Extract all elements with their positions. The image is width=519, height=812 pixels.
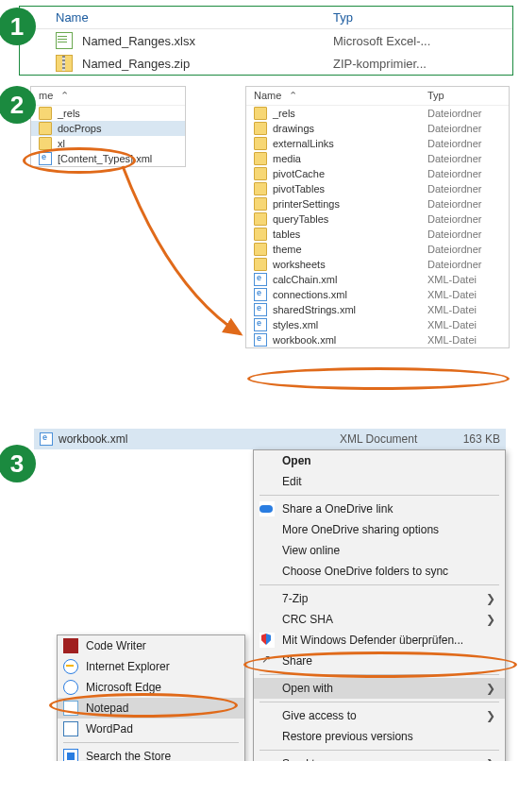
menu-item[interactable]: More OneDrive sharing options <box>254 519 505 540</box>
xml-icon <box>254 288 267 301</box>
submenu-item[interactable]: Search the Store <box>58 746 244 761</box>
explorer-panel-2b: Name⌃ Typ _rels Dateiordner drawings Dat… <box>245 86 510 348</box>
menu-item[interactable]: 7-Zip❯ <box>254 588 505 609</box>
list-item[interactable]: theme Dateiordner <box>246 242 509 257</box>
selected-file-row[interactable]: workbook.xml XML Document 163 KB <box>34 429 506 449</box>
menu-item[interactable]: Edit <box>254 471 505 492</box>
file-row[interactable]: Named_Ranges.zip ZIP-komprimier... <box>20 52 512 75</box>
list-item[interactable]: sharedStrings.xml XML-Datei <box>246 302 509 317</box>
wordpad-icon <box>63 721 78 736</box>
file-row[interactable]: Named_Ranges.xlsx Microsoft Excel-... <box>20 29 512 52</box>
menu-label: WordPad <box>86 722 133 736</box>
list-item[interactable]: queryTables Dateiordner <box>246 211 509 227</box>
file-type: XML Document <box>340 432 453 446</box>
menu-item[interactable]: Mit Windows Defender überprüfen... <box>254 630 505 651</box>
submenu-item[interactable]: Internet Explorer <box>58 656 244 677</box>
list-item[interactable]: calcChain.xml XML-Datei <box>246 272 509 287</box>
highlight-workbook-xml <box>247 367 510 390</box>
item-type: Dateiordner <box>427 198 501 210</box>
menu-label: Microsoft Edge <box>86 681 161 694</box>
file-size: 163 KB <box>453 432 500 446</box>
menu-separator <box>63 742 239 743</box>
menu-item[interactable]: Restore previous versions <box>254 726 505 747</box>
excel-icon <box>56 32 73 49</box>
menu-item[interactable]: Share a OneDrive link <box>254 499 505 519</box>
item-name: calcChain.xml <box>273 274 427 285</box>
submenu-arrow-icon: ❯ <box>486 592 495 605</box>
list-item[interactable]: docProps <box>31 121 185 136</box>
item-name: docProps <box>58 123 177 134</box>
menu-label: Code Writer <box>86 639 146 652</box>
list-item[interactable]: printerSettings Dateiordner <box>246 196 509 211</box>
item-type: Dateiordner <box>427 168 501 179</box>
folder-icon <box>254 258 267 271</box>
menu-item[interactable]: Share <box>254 651 505 671</box>
column-header-name[interactable]: Name⌃ <box>254 90 427 102</box>
step-badge-3: 3 <box>0 445 36 482</box>
menu-item[interactable]: Open with❯ <box>254 678 505 699</box>
column-header-name[interactable]: me⌃ <box>39 90 177 102</box>
list-item[interactable]: media Dateiordner <box>246 151 509 166</box>
xml-icon <box>254 303 267 316</box>
menu-item[interactable]: CRC SHA❯ <box>254 609 505 630</box>
folder-icon <box>254 122 267 135</box>
item-name: queryTables <box>273 213 427 225</box>
list-item[interactable]: _rels <box>31 106 185 121</box>
explorer-panel-2a: me⌃ _rels docProps xl [Content_Types].xm… <box>30 86 186 167</box>
menu-separator <box>260 750 499 751</box>
menu-label: Choose OneDrive folders to sync <box>282 565 448 578</box>
item-name: printerSettings <box>273 198 427 210</box>
menu-item[interactable]: Send to❯ <box>254 753 505 761</box>
folder-icon <box>254 182 267 195</box>
folder-icon <box>254 167 267 180</box>
item-name: media <box>273 153 427 164</box>
xml-file-icon <box>40 432 53 446</box>
file-name: workbook.xml <box>59 432 340 446</box>
column-header-name[interactable]: Name <box>56 10 333 25</box>
notepad-icon <box>63 701 78 716</box>
menu-item[interactable]: Give access to❯ <box>254 705 505 726</box>
list-item[interactable]: pivotCache Dateiordner <box>246 166 509 181</box>
menu-label: Internet Explorer <box>86 660 170 673</box>
menu-separator <box>260 674 499 675</box>
menu-item[interactable]: View online <box>254 540 505 561</box>
menu-label: View online <box>282 544 340 557</box>
menu-label: Give access to <box>282 709 357 722</box>
list-item[interactable]: styles.xml XML-Datei <box>246 317 509 332</box>
menu-item[interactable]: Choose OneDrive folders to sync <box>254 561 505 582</box>
list-item[interactable]: worksheets Dateiordner <box>246 257 509 272</box>
folder-icon <box>254 137 267 150</box>
list-item[interactable]: tables Dateiordner <box>246 227 509 242</box>
submenu-item[interactable]: Notepad <box>58 698 244 719</box>
list-item[interactable]: workbook.xml XML-Datei <box>246 332 509 347</box>
list-item[interactable]: externalLinks Dateiordner <box>246 136 509 151</box>
list-item[interactable]: _rels Dateiordner <box>246 106 509 121</box>
item-type: Dateiordner <box>427 213 501 225</box>
column-header-row: Name Typ <box>20 7 512 29</box>
menu-label: 7-Zip <box>282 592 308 605</box>
item-type: XML-Datei <box>427 289 501 300</box>
list-item[interactable]: xl <box>31 136 185 151</box>
submenu-item[interactable]: Microsoft Edge <box>58 677 244 698</box>
open-with-submenu: Code WriterInternet ExplorerMicrosoft Ed… <box>57 634 245 761</box>
shield-icon <box>260 633 275 648</box>
list-item[interactable]: drawings Dateiordner <box>246 121 509 136</box>
item-type: Dateiordner <box>427 108 501 119</box>
submenu-item[interactable]: WordPad <box>58 719 244 739</box>
list-item[interactable]: connections.xml XML-Datei <box>246 287 509 302</box>
submenu-item[interactable]: Code Writer <box>58 635 244 656</box>
item-name: _rels <box>58 108 177 119</box>
store-icon <box>63 749 78 761</box>
zip-icon <box>56 55 73 72</box>
item-type: Dateiordner <box>427 259 501 270</box>
menu-label: Search the Store <box>86 750 171 761</box>
menu-label: Share a OneDrive link <box>282 502 393 516</box>
item-name: pivotCache <box>273 168 427 179</box>
menu-label: More OneDrive sharing options <box>282 523 439 536</box>
column-header-typ[interactable]: Typ <box>427 90 501 102</box>
explorer-panel-1: Name Typ Named_Ranges.xlsx Microsoft Exc… <box>19 6 513 76</box>
menu-item[interactable]: Open <box>254 450 505 471</box>
folder-icon <box>254 228 267 241</box>
list-item[interactable]: pivotTables Dateiordner <box>246 181 509 196</box>
column-header-typ[interactable]: Typ <box>333 10 484 25</box>
